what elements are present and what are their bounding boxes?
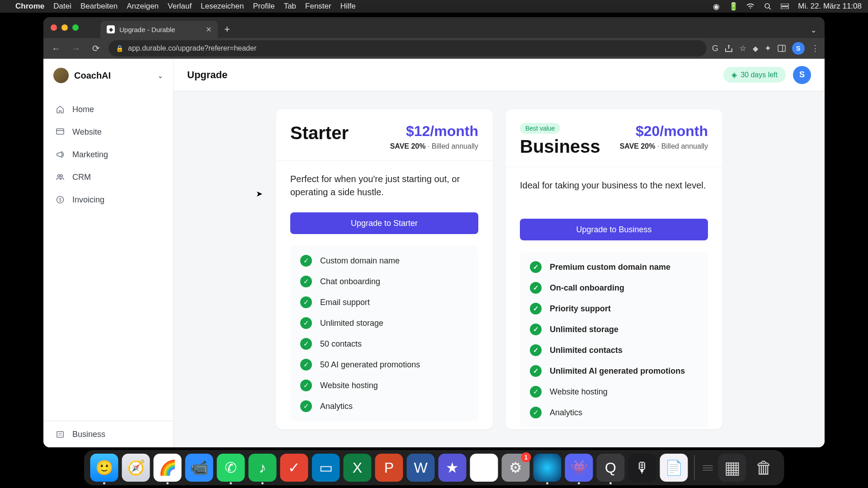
feature-text: Unlimited contacts [550, 346, 623, 355]
sidebar-item-invoicing[interactable]: $Invoicing [43, 188, 173, 211]
check-icon: ✓ [530, 365, 542, 377]
google-icon[interactable]: G [712, 44, 718, 53]
dock-spotify-icon[interactable]: ♪ [249, 454, 277, 482]
dock-trash-icon[interactable]: 🗑 [750, 454, 778, 482]
sidebar-item-crm[interactable]: CRM [43, 166, 173, 188]
record-icon[interactable]: ◉ [712, 2, 720, 10]
check-icon: ✓ [300, 338, 312, 350]
sidebar-footer: Business [43, 421, 173, 447]
address-bar[interactable]: 🔒 app.durable.co/upgrade?referer=header [108, 40, 707, 56]
upgrade-business-button[interactable]: Upgrade to Business [520, 219, 708, 240]
dock-drive-icon[interactable]: ▲ [470, 454, 498, 482]
dock-zoom-icon[interactable]: 📹 [185, 454, 213, 482]
sidebar-item-marketing[interactable]: Marketing [43, 143, 173, 166]
sidebar: CoachAI ⌄ HomeWebsiteMarketingCRM$Invoic… [43, 59, 174, 447]
feature-row: ✓Custom domain name [300, 255, 468, 267]
plan-description: Ideal for taking your business to the ne… [520, 179, 708, 208]
check-icon: ✓ [300, 255, 312, 267]
workspace-switcher[interactable]: CoachAI ⌄ [43, 59, 173, 93]
svg-rect-15 [59, 435, 60, 436]
dock-chrome-icon[interactable]: 🌈 [154, 454, 182, 482]
chrome-toolbar: ← → ⟳ 🔒 app.durable.co/upgrade?referer=h… [43, 38, 825, 59]
dock-excel-icon[interactable]: X [344, 454, 372, 482]
dock-imovie-icon[interactable]: ★ [439, 454, 467, 482]
dock-trello-icon[interactable]: ▭ [312, 454, 340, 482]
dock-voice-memos-icon[interactable]: 🎙 [628, 454, 656, 482]
chrome-tabstrip: ◆ Upgrade - Durable ✕ + ⌄ [43, 17, 825, 38]
dock-quicktime-icon[interactable]: Q [597, 454, 625, 482]
extensions-icon[interactable]: ✦ [764, 43, 771, 53]
bookmark-icon[interactable]: ☆ [739, 43, 746, 53]
feature-row: ✓Unlimited contacts [530, 344, 698, 356]
chrome-menu-icon[interactable]: ⋮ [811, 43, 819, 53]
menu-anzeigen[interactable]: Anzeigen [127, 2, 159, 11]
dock-siri-icon[interactable] [533, 454, 561, 482]
check-icon: ✓ [530, 324, 542, 335]
dock-file-icon[interactable]: 📄 [660, 454, 688, 482]
sidebar-item-home[interactable]: Home [43, 98, 173, 121]
forward-button[interactable]: → [69, 41, 83, 56]
browser-tab[interactable]: ◆ Upgrade - Durable ✕ [100, 21, 218, 38]
new-tab-button[interactable]: + [218, 21, 236, 38]
feature-row: ✓Website hosting [300, 380, 468, 391]
dock-settings-icon[interactable]: ⚙1 [502, 454, 530, 482]
reload-button[interactable]: ⟳ [89, 41, 103, 56]
page-title: Upgrade [187, 69, 227, 81]
topbar: Upgrade ◈ 30 days left S [174, 59, 825, 91]
dock-powerpoint-icon[interactable]: P [375, 454, 403, 482]
check-icon: ✓ [300, 400, 312, 412]
share-icon[interactable] [725, 44, 733, 52]
feature-text: 50 contacts [320, 339, 362, 349]
sidebar-item-business[interactable]: Business [43, 421, 173, 447]
dock-finder-icon[interactable]: 🙂 [90, 454, 118, 482]
user-avatar[interactable]: S [793, 66, 811, 84]
menu-bearbeiten[interactable]: Bearbeiten [80, 2, 118, 11]
back-button[interactable]: ← [49, 41, 63, 56]
trial-badge[interactable]: ◈ 30 days left [723, 67, 786, 83]
feature-row: ✓On-call onboarding [530, 282, 698, 294]
wifi-icon[interactable] [746, 2, 755, 10]
menu-tab[interactable]: Tab [284, 2, 296, 11]
menubar-app-name[interactable]: Chrome [15, 2, 44, 11]
dock-resize-handle[interactable] [703, 465, 713, 470]
window-close-button[interactable] [51, 24, 57, 31]
menubar-datetime[interactable]: Mi. 22. März 11:08 [798, 2, 862, 11]
sidepanel-icon[interactable] [778, 44, 786, 52]
profile-avatar-letter: S [796, 45, 800, 52]
menu-fenster[interactable]: Fenster [305, 2, 331, 11]
dock-word-icon[interactable]: W [407, 454, 435, 482]
dock-stacks-icon[interactable]: ▦ [718, 454, 746, 482]
tabs-dropdown-icon[interactable]: ⌄ [802, 22, 825, 38]
mac-menubar: Chrome Datei Bearbeiten Anzeigen Verlauf… [0, 0, 868, 13]
dock-separator [694, 455, 695, 480]
menu-lesezeichen[interactable]: Lesezeichen [201, 2, 244, 11]
menu-profile[interactable]: Profile [253, 2, 274, 11]
svg-rect-2 [781, 4, 789, 6]
spotlight-icon[interactable] [764, 2, 772, 10]
check-icon: ✓ [530, 407, 542, 418]
check-icon: ✓ [530, 386, 542, 398]
dock-safari-icon[interactable]: 🧭 [122, 454, 150, 482]
window-zoom-button[interactable] [72, 24, 79, 31]
tab-close-icon[interactable]: ✕ [206, 25, 212, 34]
upgrade-starter-button[interactable]: Upgrade to Starter [290, 212, 478, 234]
battery-icon[interactable]: 🔋 [729, 2, 737, 10]
menu-verlauf[interactable]: Verlauf [168, 2, 192, 11]
svg-rect-16 [61, 435, 61, 436]
feature-text: Custom domain name [320, 256, 400, 266]
dock-whatsapp-icon[interactable]: ✆ [217, 454, 245, 482]
extension-color-icon[interactable]: ◆ [753, 44, 758, 53]
menu-datei[interactable]: Datei [53, 2, 71, 11]
url-text: app.durable.co/upgrade?referer=header [128, 44, 256, 52]
control-center-icon[interactable] [781, 2, 789, 10]
dock-discord-icon[interactable]: 👾 [565, 454, 593, 482]
dock-todoist-icon[interactable]: ✓ [280, 454, 308, 482]
check-icon: ✓ [300, 380, 312, 391]
lock-icon: 🔒 [116, 45, 123, 52]
svg-rect-13 [59, 433, 60, 434]
menu-hilfe[interactable]: Hilfe [340, 2, 356, 11]
profile-avatar[interactable]: S [792, 42, 805, 55]
sidebar-item-website[interactable]: Website [43, 121, 173, 143]
window-minimize-button[interactable] [61, 24, 68, 31]
check-icon: ✓ [530, 282, 542, 294]
